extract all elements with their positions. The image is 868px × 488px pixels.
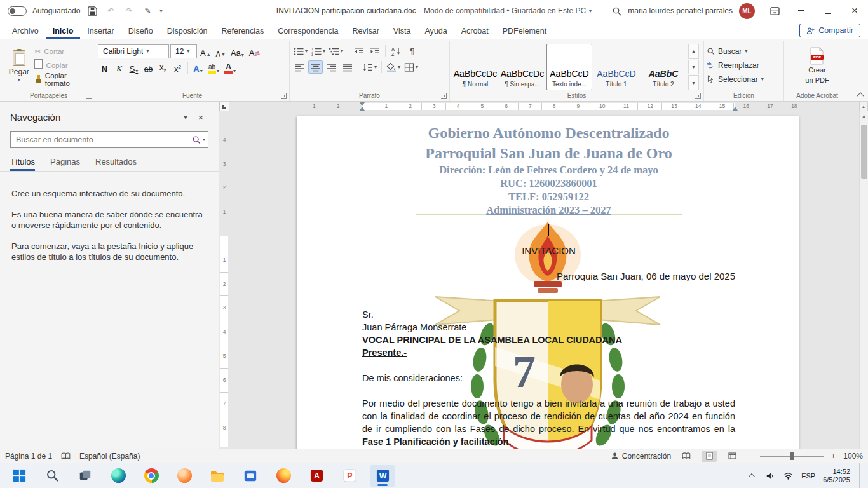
ribbon-tab-vista[interactable]: Vista [386,24,418,39]
clipboard-dialog-launcher[interactable] [86,93,92,99]
subscript-button[interactable]: x2 [156,61,170,74]
styles-more-icon[interactable]: ▼ [688,75,699,90]
create-pdf-button[interactable]: PDF Crear un PDF [799,42,835,90]
show-desktop-strip[interactable] [859,463,862,488]
taskbar-blue-app-icon[interactable] [238,465,263,487]
page-indicator[interactable]: Página 1 de 1 [5,452,52,461]
clear-formatting-button[interactable]: A [247,45,262,58]
ribbon-tab-ayuda[interactable]: Ayuda [417,24,454,39]
zoom-in-icon[interactable]: + [831,451,836,461]
volume-icon[interactable] [764,470,776,482]
ribbon-tab-inicio[interactable]: Inicio [46,24,81,39]
text-effects-button[interactable]: A▾ [191,61,205,74]
line-spacing-button[interactable]: ▾ [362,60,378,74]
read-mode-button[interactable] [679,451,694,462]
navigation-options-chevron-icon[interactable]: ▾ [178,111,193,123]
avatar[interactable]: ML [739,3,755,19]
strikethrough-button[interactable]: ab [142,61,155,74]
justify-button[interactable] [340,60,355,74]
styles-scroll-down-icon[interactable]: ▼ [688,60,699,75]
share-button[interactable]: Compartir [799,24,860,37]
style-item-1[interactable]: AaBbCcDc¶ Normal [452,44,498,90]
navigation-close-icon[interactable]: × [193,111,208,123]
clock[interactable]: 14:52 6/5/2025 [823,468,850,484]
focus-mode-button[interactable]: Concentración [611,452,671,461]
shrink-font-button[interactable]: A▼ [214,45,227,58]
zoom-slider-thumb[interactable] [790,452,794,460]
cut-button[interactable]: ✂Cortar [33,45,92,57]
borders-button[interactable]: ▾ [403,60,419,74]
paste-button[interactable]: Pegar ▾ [5,42,33,90]
change-case-button[interactable]: Aa▾ [229,45,246,58]
search-options-chevron-icon[interactable]: ▾ [203,137,205,142]
styles-scroll-up-icon[interactable]: ▲ [688,44,699,59]
ribbon-display-options-icon[interactable] [761,0,788,22]
font-name-combo[interactable]: Calibri Light▾ [98,44,169,58]
keyboard-language[interactable]: ESP [800,472,817,480]
style-item-2[interactable]: AaBbCcDc¶ Sin espa... [499,44,545,90]
copy-button[interactable]: Copiar [33,59,92,71]
select-button[interactable]: Seleccionar▾ [707,73,764,85]
autosave-toggle[interactable] [8,6,27,16]
format-painter-button[interactable]: Copiar formato [33,73,92,85]
scroll-up-icon[interactable]: ▲ [860,111,868,121]
superscript-button[interactable]: x2 [171,61,184,74]
proofing-button[interactable] [61,452,71,460]
right-indent-marker[interactable] [733,107,738,111]
first-line-indent-marker[interactable] [360,102,365,106]
nav-tab-titulos[interactable]: Títulos [10,157,35,171]
bold-button[interactable]: N [98,61,111,74]
zoom-level[interactable]: 100% [843,452,863,461]
nav-tab-paginas[interactable]: Páginas [50,157,80,171]
taskbar-search-icon[interactable] [39,465,65,487]
search-icon[interactable] [192,135,201,144]
bullets-button[interactable]: ▾ [292,44,309,58]
font-dialog-launcher[interactable] [281,93,287,99]
style-item-5[interactable]: AaBbCTítulo 2 [641,44,686,90]
tray-chevron-icon[interactable] [747,470,758,482]
title-chevron-icon[interactable]: ▾ [589,8,592,14]
close-button[interactable]: × [841,0,868,22]
vertical-scrollbar[interactable]: ▲ [859,111,868,449]
taskbar-task-view-icon[interactable] [72,465,98,487]
save-icon[interactable] [86,4,98,17]
ribbon-tab-disposición[interactable]: Disposición [160,24,215,39]
font-size-combo[interactable]: 12▾ [170,44,197,58]
nav-tab-resultados[interactable]: Resultados [95,157,137,171]
language-indicator[interactable]: Español (España) [79,452,140,461]
taskbar-acrobat-icon[interactable]: A [304,465,329,487]
search-icon[interactable] [610,4,623,17]
ribbon-tab-referencias[interactable]: Referencias [215,24,271,39]
pen-icon[interactable]: ✎ [141,4,154,17]
document-page[interactable]: 7 Gobierno Autónomo Descentralizado Parr… [297,116,799,449]
taskbar-word-icon[interactable]: W [370,465,395,487]
italic-button[interactable]: K [112,61,126,74]
taskbar-browser-icon[interactable] [172,465,197,487]
taskbar-file-explorer-icon[interactable] [205,465,230,487]
grow-font-button[interactable]: A▲ [198,45,213,58]
font-color-button[interactable]: A▾ [222,61,238,74]
ribbon-tab-correspondencia[interactable]: Correspondencia [271,24,345,39]
ribbon-tab-diseño[interactable]: Diseño [121,24,160,39]
ribbon-tab-archivo[interactable]: Archivo [5,24,46,39]
increase-indent-button[interactable] [367,44,382,58]
scrollbar-top-icon[interactable]: ▲ [859,102,868,111]
align-left-button[interactable] [292,60,307,74]
zoom-out-icon[interactable]: − [747,451,752,461]
find-button[interactable]: Buscar▾ [707,45,764,57]
numbering-button[interactable]: 123▾ [310,44,327,58]
highlight-color-button[interactable]: ab▾ [206,61,221,74]
underline-button[interactable]: S▾ [127,61,140,74]
ribbon-tab-insertar[interactable]: Insertar [80,24,121,39]
zoom-slider[interactable] [760,456,824,457]
taskbar-start-icon[interactable] [6,465,32,487]
ribbon-tab-pdfelement[interactable]: PDFelement [496,24,553,39]
navigation-search-input[interactable] [11,135,192,144]
replace-button[interactable]: abReemplazar [707,59,764,71]
taskbar-pdfelement-icon[interactable]: P [337,465,362,487]
shading-button[interactable]: ▾ [385,60,402,74]
web-layout-button[interactable] [724,451,740,462]
sort-button[interactable]: AZ [389,44,403,58]
print-layout-button[interactable] [702,451,717,462]
style-item-4[interactable]: AaBbCcDTítulo 1 [593,44,639,90]
